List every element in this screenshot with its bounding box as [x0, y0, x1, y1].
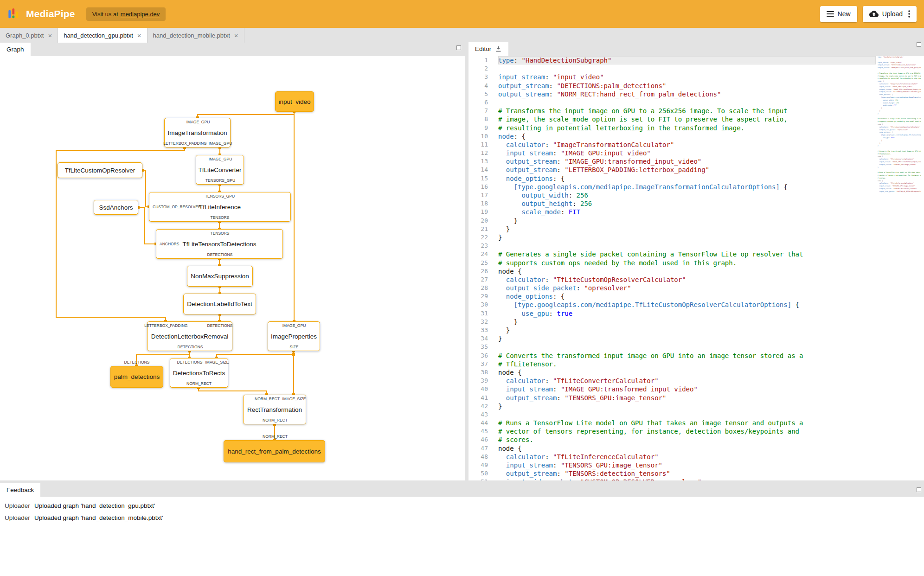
code-line[interactable]: 1type: "HandDetectionSubgraph" [468, 56, 876, 64]
code-line[interactable]: 17 output_width: 256 [468, 191, 876, 199]
graph-node-detection_label_id_to_text[interactable]: DetectionLabelIdToText [183, 294, 256, 314]
line-text [498, 98, 876, 107]
code-line[interactable]: 25# supports custom ops needed by the mo… [468, 259, 876, 267]
graph-node-tflite_custom_op_resolver[interactable]: TfLiteCustomOpResolver [58, 162, 142, 178]
graph-node-tflite_converter[interactable]: IMAGE_GPUTENSORS_GPUTfLiteConverter [196, 155, 244, 185]
graph-node-tflite_tensors_to_detections[interactable]: TENSORSDETECTIONSANCHORSTfLiteTensorsToD… [156, 229, 283, 259]
file-tab[interactable]: Graph_0.pbtxt× [0, 28, 58, 43]
graph-node-non_max_suppression[interactable]: NonMaxSuppression [187, 266, 253, 287]
graph-node-ssd_anchors[interactable]: SsdAnchors [94, 200, 138, 215]
code-line[interactable]: 38node { [468, 368, 876, 377]
close-icon[interactable]: × [234, 32, 238, 39]
graph-node-input_video[interactable]: input_video [275, 91, 314, 112]
code-line[interactable]: 42} [468, 402, 876, 410]
code-line[interactable]: 15 node_options: { [468, 174, 876, 183]
code-line[interactable]: 33 } [468, 326, 876, 334]
code-line[interactable]: 26node { [468, 267, 876, 275]
line-text: calculator: "TfLiteCustomOpResolverCalcu… [498, 275, 876, 284]
expand-graph-icon[interactable] [456, 45, 461, 50]
code-line[interactable]: 27 calculator: "TfLiteCustomOpResolverCa… [468, 275, 876, 284]
code-line[interactable]: 37# TfLiteTensor. [468, 360, 876, 368]
code-line[interactable]: 47node { [468, 444, 876, 453]
code-line[interactable]: 45# vector of tensors representing, for … [468, 427, 876, 435]
code-line[interactable]: 31 use_gpu: true [468, 309, 876, 318]
code-line[interactable]: 39 calculator: "TfLiteConverterCalculato… [468, 377, 876, 385]
code-line[interactable]: 7# Transforms the input image on GPU to … [468, 107, 876, 115]
code-line[interactable]: 48 calculator: "TfLiteInferenceCalculato… [468, 453, 876, 461]
graph-node-rect_transformation[interactable]: NORM_RECTIMAGE_SIZENORM_RECTRectTransfor… [243, 395, 306, 424]
port-label: NORM_RECT [186, 381, 212, 386]
line-text: } [498, 326, 876, 334]
graph-node-tflite_inference[interactable]: TENSORS_GPUTENSORSCUSTOM_OP_RESOLVERTfLi… [149, 192, 291, 222]
close-icon[interactable]: × [137, 32, 141, 39]
code-line[interactable]: 8# image, the scale_mode option is set t… [468, 115, 876, 123]
tab-editor[interactable]: Editor [468, 42, 508, 56]
graph-node-detection_letterbox_removal[interactable]: LETTERBOX_PADDINGDETECTIONSDETECTIONSDet… [147, 321, 232, 351]
code-line[interactable]: 14 output_stream: "LETTERBOX_PADDING:let… [468, 166, 876, 174]
code-editor[interactable]: 1type: "HandDetectionSubgraph"2 3input_s… [468, 56, 924, 480]
code-line[interactable]: 9# resulting in potential letterboxing i… [468, 124, 876, 132]
code-line[interactable]: 30 [type.googleapis.com/mediapipe.TfLite… [468, 301, 876, 309]
panel-divider[interactable] [465, 56, 468, 480]
code-line[interactable]: 19 scale_mode: FIT [468, 208, 876, 216]
line-number: 19 [468, 208, 490, 216]
file-tab[interactable]: hand_detection_gpu.pbtxt× [58, 28, 147, 43]
code-line[interactable]: 11 calculator: "ImageTransformationCalcu… [468, 141, 876, 149]
download-icon[interactable] [495, 45, 502, 52]
tab-feedback[interactable]: Feedback [0, 483, 40, 497]
code-line[interactable]: 2 [468, 64, 876, 73]
code-line[interactable]: 24# Generates a single side packet conta… [468, 250, 876, 258]
node-title: ImageTransformation [168, 129, 227, 136]
graph-node-image_transformation[interactable]: IMAGE_GPULETTERBOX_PADDINGIMAGE_GPUImage… [164, 118, 231, 147]
code-line[interactable]: 50 output_stream: "TENSORS:detection_ten… [468, 469, 876, 478]
code-line[interactable]: 46# scores. [468, 435, 876, 444]
code-line[interactable]: 29 node_options: { [468, 292, 876, 301]
tab-graph[interactable]: Graph [0, 43, 31, 56]
expand-editor-icon[interactable] [917, 42, 921, 47]
code-line[interactable]: 16 [type.googleapis.com/mediapipe.ImageT… [468, 183, 876, 191]
code-line[interactable]: 34} [468, 334, 876, 343]
visit-badge: Visit us at mediapipe.dev [86, 7, 166, 21]
line-text: calculator: "TfLiteInferenceCalculator" [498, 453, 876, 461]
new-button[interactable]: New [820, 6, 857, 22]
graph-node-image_properties[interactable]: IMAGE_GPUSIZEImageProperties [268, 321, 320, 351]
upload-button[interactable]: Upload [863, 6, 917, 22]
code-line[interactable]: 5output_stream: "NORM_RECT:hand_rect_fro… [468, 90, 876, 98]
code-line[interactable]: 41 output_stream: "TENSORS_GPU:image_ten… [468, 394, 876, 402]
expand-feedback-icon[interactable] [917, 487, 921, 492]
line-number: 40 [468, 385, 490, 393]
code-line[interactable]: 35 [468, 343, 876, 351]
code-line[interactable]: 3input_stream: "input_video" [468, 73, 876, 81]
code-line[interactable]: 23 [468, 242, 876, 250]
line-number: 29 [468, 292, 490, 301]
close-icon[interactable]: × [48, 32, 52, 39]
code-line[interactable]: 36# Converts the transformed input image… [468, 352, 876, 360]
line-number: 7 [468, 107, 490, 115]
code-line[interactable]: 22} [468, 233, 876, 242]
code-line[interactable]: 13 output_stream: "IMAGE_GPU:transformed… [468, 157, 876, 166]
graph-node-hand_rect_from_palm_detections[interactable]: NORM_RECThand_rect_from_palm_detections [224, 440, 325, 462]
code-line[interactable]: 12 input_stream: "IMAGE_GPU:input_video" [468, 149, 876, 157]
code-line[interactable]: 10node: { [468, 132, 876, 141]
code-line[interactable]: 21 } [468, 225, 876, 233]
code-line[interactable]: 43 [468, 410, 876, 419]
code-line[interactable]: 40 input_stream: "IMAGE_GPU:transformed_… [468, 385, 876, 393]
code-line[interactable]: 28 output_side_packet: "opresolver" [468, 284, 876, 292]
code-line[interactable]: 49 input_stream: "TENSORS_GPU:image_tens… [468, 461, 876, 469]
line-number: 1 [468, 56, 490, 64]
visit-link[interactable]: mediapipe.dev [121, 11, 160, 18]
graph-canvas[interactable]: input_videoIMAGE_GPULETTERBOX_PADDINGIMA… [0, 56, 465, 480]
code-line[interactable]: 4output_stream: "DETECTIONS:palm_detecti… [468, 82, 876, 90]
code-line[interactable]: 18 output_height: 256 [468, 199, 876, 208]
graph-node-detections_to_rects[interactable]: DETECTIONSIMAGE_SIZENORM_RECTDetectionsT… [170, 358, 228, 388]
line-text: # TfLiteTensor. [498, 360, 876, 368]
graph-node-palm_detections[interactable]: DETECTIONSpalm_detections [110, 366, 163, 388]
code-line[interactable]: 32 } [468, 318, 876, 326]
file-tab[interactable]: hand_detection_mobile.pbtxt× [148, 28, 244, 43]
code-line[interactable]: 20 } [468, 217, 876, 225]
code-line[interactable]: 6 [468, 98, 876, 107]
code-line[interactable]: 44# Runs a TensorFlow Lite model on GPU … [468, 419, 876, 427]
editor-minimap[interactable]: type: "HandDetectionSubgraph" input_stre… [878, 56, 921, 480]
line-number: 49 [468, 461, 490, 469]
kebab-menu-icon[interactable] [908, 10, 910, 18]
